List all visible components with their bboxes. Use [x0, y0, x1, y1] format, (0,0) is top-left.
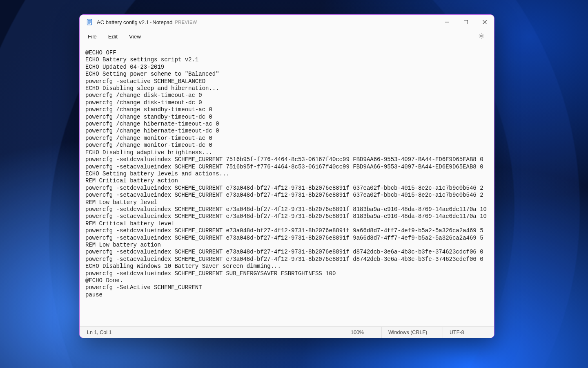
titlebar[interactable]: AC battery config v2.1 - Notepad PREVIEW: [80, 15, 494, 29]
status-line-ending[interactable]: Windows (CRLF): [381, 327, 443, 338]
notepad-app-icon: [86, 19, 93, 25]
menu-edit[interactable]: Edit: [102, 31, 123, 42]
menubar: File Edit View: [80, 29, 494, 44]
maximize-icon: [464, 19, 468, 25]
editor-content[interactable]: @ECHO OFF ECHO Battery settings script v…: [85, 49, 488, 298]
document-title: AC battery config v2.1: [97, 19, 149, 25]
svg-rect-6: [464, 20, 468, 24]
settings-button[interactable]: [474, 31, 488, 43]
maximize-button[interactable]: [457, 15, 475, 29]
close-icon: [483, 19, 487, 25]
close-button[interactable]: [475, 15, 494, 29]
minimize-button[interactable]: [438, 15, 457, 29]
text-editor[interactable]: @ECHO OFF ECHO Battery settings script v…: [80, 44, 494, 326]
status-cursor-position: Ln 1, Col 1: [80, 327, 118, 338]
preview-badge: PREVIEW: [175, 20, 197, 25]
desktop-wallpaper: AC battery config v2.1 - Notepad PREVIEW: [0, 0, 588, 368]
menu-file[interactable]: File: [82, 31, 102, 42]
status-encoding[interactable]: UTF-8: [443, 327, 494, 338]
notepad-window: AC battery config v2.1 - Notepad PREVIEW: [79, 14, 494, 338]
statusbar: Ln 1, Col 1 100% Windows (CRLF) UTF-8: [80, 326, 494, 338]
window-controls: [438, 15, 494, 29]
minimize-icon: [445, 19, 449, 25]
status-zoom[interactable]: 100%: [344, 327, 381, 338]
title-separator: -: [150, 19, 151, 25]
app-name: Notepad: [152, 19, 172, 25]
svg-rect-0: [87, 19, 92, 25]
svg-point-9: [481, 35, 482, 37]
gear-icon: [478, 33, 485, 40]
menu-view[interactable]: View: [123, 31, 147, 42]
